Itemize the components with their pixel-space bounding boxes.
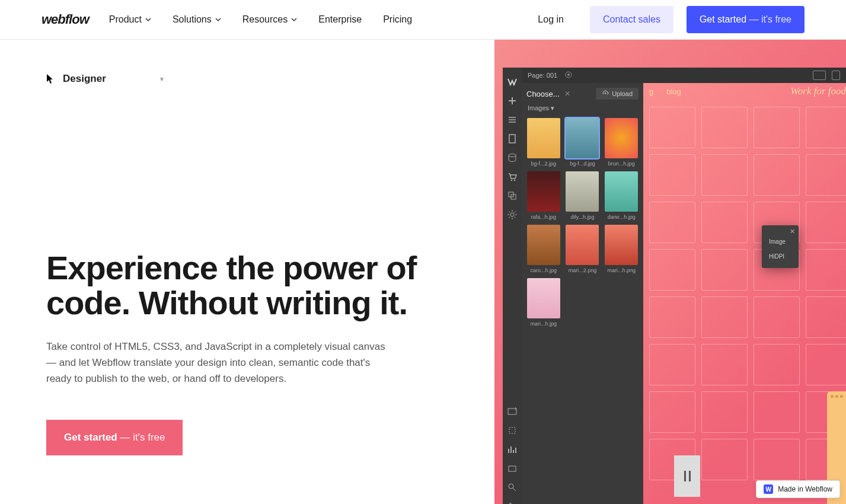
preview-icon[interactable] <box>564 71 573 80</box>
chart-icon[interactable] <box>507 444 518 455</box>
preview-pane: Page: 001 Choose... ✕ <box>494 40 846 504</box>
menu-icon[interactable] <box>507 114 518 125</box>
asset-panel-header: Choose... ✕ Upload <box>526 88 639 100</box>
device-switcher <box>813 71 846 80</box>
cloud-upload-icon <box>602 90 609 97</box>
svg-rect-0 <box>509 135 515 143</box>
asset-name: rafa...h.jpg <box>531 214 557 220</box>
asset-filter[interactable]: Images ▾ <box>528 104 637 112</box>
asset-thumb[interactable]: mari...h.png <box>604 225 639 273</box>
layout-guides <box>649 107 846 504</box>
asset-thumb[interactable]: dily...h.jpg <box>566 171 600 220</box>
pause-button[interactable] <box>674 455 700 497</box>
play-icon[interactable] <box>507 501 518 504</box>
page-body: Designer ▼ Experience the power of code.… <box>0 40 846 504</box>
canvas-brand: Work for food <box>790 85 846 97</box>
editor-body: Choose... ✕ Upload Images ▾ bg-f...2.jpg… <box>522 83 846 504</box>
select-icon[interactable] <box>507 425 518 436</box>
popup-row: Image <box>769 238 791 245</box>
nav-solutions[interactable]: Solutions <box>173 14 221 25</box>
page-bar: Page: 001 <box>522 68 846 83</box>
asset-name: bg-f...2.jpg <box>531 161 557 167</box>
svg-point-2 <box>511 180 512 181</box>
asset-name: mari...h.png <box>607 267 636 273</box>
svg-point-10 <box>509 484 513 489</box>
feature-selector[interactable]: Designer ▼ <box>46 73 165 85</box>
svg-point-6 <box>510 213 514 216</box>
get-started-label: Get started <box>700 14 746 24</box>
hero-column: Designer ▼ Experience the power of code.… <box>0 40 494 504</box>
webflow-icon[interactable] <box>507 76 518 87</box>
asset-thumb[interactable]: caro...h.jpg <box>526 225 561 273</box>
canvas-nav: g blog Work for food <box>649 85 846 97</box>
made-in-webflow-badge[interactable]: W Made in Webflow <box>756 480 840 498</box>
contact-sales-button[interactable]: Contact sales <box>590 6 673 33</box>
nav-enterprise[interactable]: Enterprise <box>318 14 362 25</box>
chevron-down-icon: ▼ <box>159 76 165 82</box>
close-icon[interactable]: ✕ <box>564 90 570 98</box>
hero: Experience the power of code. Without wr… <box>46 251 438 455</box>
asset-thumb[interactable]: bg-f...2.jpg <box>526 118 561 167</box>
asset-grid: bg-f...2.jpg bg-f...d.jpg brun...h.jpg r… <box>526 118 639 327</box>
page-icon[interactable] <box>507 133 518 144</box>
hero-cta-button[interactable]: Get started — it's free <box>46 420 183 455</box>
nav-product[interactable]: Product <box>109 14 151 25</box>
svg-point-3 <box>514 180 515 181</box>
box-icon[interactable] <box>507 463 518 474</box>
assets-icon[interactable] <box>507 190 518 201</box>
upload-button[interactable]: Upload <box>596 88 639 100</box>
nav-product-label: Product <box>109 14 142 25</box>
top-nav: webflow Product Solutions Resources Ente… <box>0 0 846 40</box>
svg-point-1 <box>509 154 516 157</box>
svg-rect-9 <box>509 466 516 471</box>
editor-main: Page: 001 Choose... ✕ <box>522 68 846 504</box>
asset-panel-title: Choose... <box>526 90 560 98</box>
logo[interactable]: webflow <box>41 12 89 27</box>
asset-name: caro...h.jpg <box>531 267 557 273</box>
asset-thumb[interactable]: mari...h.jpg <box>526 278 561 327</box>
canvas-nav-item: blog <box>666 87 681 96</box>
chevron-down-icon <box>145 17 151 23</box>
design-canvas[interactable]: g blog Work for food <box>643 83 846 504</box>
get-started-button[interactable]: Get started — it's free <box>687 6 805 33</box>
chevron-down-icon <box>215 17 221 23</box>
svg-rect-8 <box>509 428 515 433</box>
asset-thumb[interactable]: mari...2.png <box>566 225 600 273</box>
nav-right: Log in Contact sales Get started — it's … <box>525 6 805 33</box>
asset-name: bg-f...d.jpg <box>570 161 595 167</box>
close-icon[interactable]: ✕ <box>790 228 795 235</box>
hero-title: Experience the power of code. Without wr… <box>46 251 438 321</box>
canvas-nav-item: g <box>649 87 653 96</box>
page-label: Page: 001 <box>528 72 557 79</box>
login-link[interactable]: Log in <box>525 6 577 33</box>
nav-solutions-label: Solutions <box>173 14 212 25</box>
asset-name: brun...h.jpg <box>608 161 635 167</box>
asset-thumb[interactable]: dane...h.jpg <box>604 171 639 220</box>
svg-point-12 <box>567 74 570 76</box>
asset-thumb[interactable]: brun...h.jpg <box>604 118 639 167</box>
add-icon[interactable] <box>507 95 518 106</box>
hero-cta-sublabel: — it's free <box>117 432 165 443</box>
nav-pricing[interactable]: Pricing <box>383 14 412 25</box>
cart-icon[interactable] <box>507 171 518 182</box>
search-icon[interactable] <box>507 482 518 493</box>
nav-resources-label: Resources <box>242 14 288 25</box>
nav-links: Product Solutions Resources Enterprise P… <box>109 14 412 25</box>
feature-selector-label: Designer <box>63 73 106 85</box>
asset-thumb[interactable]: bg-f...d.jpg <box>566 118 600 167</box>
database-icon[interactable] <box>507 152 518 163</box>
tablet-icon[interactable] <box>832 71 840 80</box>
get-started-sublabel: — it's free <box>746 14 791 24</box>
desktop-icon[interactable] <box>813 71 826 80</box>
asset-name: mari...2.png <box>569 267 597 273</box>
asset-thumb[interactable]: rafa...h.jpg <box>526 171 561 220</box>
gear-icon[interactable] <box>507 209 518 220</box>
webflow-icon: W <box>764 484 773 494</box>
nav-resources[interactable]: Resources <box>242 14 297 25</box>
image-settings-popup: ✕ Image HiDPI <box>762 225 799 268</box>
chevron-down-icon <box>291 17 297 23</box>
asset-name: dily...h.jpg <box>571 214 595 220</box>
asset-name: mari...h.jpg <box>531 321 557 327</box>
responsive-icon[interactable] <box>507 406 518 417</box>
cursor-icon <box>46 74 55 84</box>
